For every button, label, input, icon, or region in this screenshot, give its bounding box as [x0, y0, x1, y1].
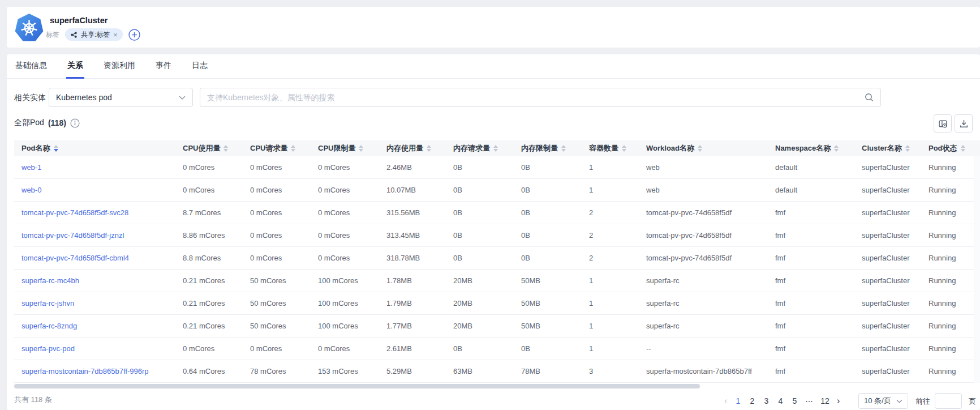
- column-header[interactable]: CPU使用量: [175, 140, 243, 156]
- sort-icon[interactable]: [905, 145, 910, 152]
- column-header[interactable]: CPU请求量: [243, 140, 311, 156]
- column-header[interactable]: 内存使用量: [379, 140, 446, 156]
- tab[interactable]: 资源利用: [102, 54, 136, 79]
- column-header[interactable]: 内存限制量: [514, 140, 582, 156]
- cell-mem-usage: 5.29MB: [379, 360, 446, 383]
- sort-icon[interactable]: [54, 145, 58, 152]
- column-header[interactable]: Namespace名称: [768, 140, 854, 156]
- cell-mem-request: 20MB: [446, 292, 514, 315]
- cell-mem-limit: 0B: [514, 224, 582, 247]
- cell-cpu-request: 0 mCores: [243, 338, 311, 360]
- sort-icon[interactable]: [961, 145, 965, 152]
- sort-icon[interactable]: [359, 145, 363, 152]
- column-header[interactable]: Pod名称: [14, 140, 175, 156]
- cell-cpu-limit: 0 mCores: [311, 224, 379, 247]
- table-body: web-1 0 mCores 0 mCores 0 mCores 2.46MB …: [14, 156, 980, 383]
- column-header[interactable]: Cluster名称: [854, 140, 921, 156]
- tab[interactable]: 日志: [191, 54, 209, 79]
- pod-name-link[interactable]: superfa-pvc-pod: [22, 344, 75, 353]
- table-row: tomcat-pv-pvc-74d658f5df-svc28 8.7 mCore…: [14, 202, 980, 224]
- cell-cpu-request: 0 mCores: [243, 247, 311, 270]
- cell-mem-request: 0B: [446, 338, 514, 360]
- page-list: 12345⋯12: [734, 396, 829, 405]
- page-button[interactable]: 5: [791, 396, 798, 405]
- share-icon: [70, 31, 78, 39]
- total-count: 共有 118 条: [14, 395, 52, 405]
- sort-icon[interactable]: [427, 145, 431, 152]
- cell-pod-status: Running: [921, 360, 980, 383]
- next-page-icon[interactable]: ›: [837, 396, 840, 405]
- table-row: web-1 0 mCores 0 mCores 0 mCores 2.46MB …: [14, 156, 980, 179]
- cell-cpu-limit: 0 mCores: [311, 338, 379, 360]
- search-icon[interactable]: [865, 93, 874, 102]
- page-size-select[interactable]: 10 条/页: [858, 393, 908, 409]
- tag-remove-icon[interactable]: ×: [113, 31, 118, 39]
- cell-cluster: superfaCluster: [854, 156, 921, 179]
- cell-pod-name: superfa-rc-jshvn: [14, 292, 175, 315]
- sort-icon[interactable]: [834, 145, 839, 152]
- column-header[interactable]: Pod状态: [921, 140, 980, 156]
- cell-workload: tomcat-pv-pvc-74d658f5df: [639, 202, 768, 224]
- download-button[interactable]: [955, 114, 973, 133]
- cell-mem-usage: 1.77MB: [379, 315, 446, 338]
- pod-name-link[interactable]: superfa-mostcontain-7db865b7ff-996rp: [22, 367, 149, 375]
- pod-name-link[interactable]: tomcat-pv-pvc-74d658f5df-jznzl: [22, 231, 124, 240]
- cell-cluster: superfaCluster: [854, 179, 921, 202]
- sort-icon[interactable]: [622, 145, 626, 152]
- sort-icon[interactable]: [561, 145, 566, 152]
- pod-name-link[interactable]: web-0: [22, 186, 41, 194]
- pod-name-link[interactable]: superfa-rc-jshvn: [22, 299, 74, 308]
- cell-cpu-limit: 100 mCores: [311, 292, 379, 315]
- cell-mem-request: 0B: [446, 247, 514, 270]
- cluster-tag[interactable]: 共享:标签 ×: [65, 28, 123, 41]
- page-button[interactable]: 3: [763, 396, 770, 405]
- related-entity-label: 相关实体: [14, 88, 46, 107]
- pod-name-link[interactable]: web-1: [22, 163, 41, 172]
- sort-icon[interactable]: [493, 145, 498, 152]
- cell-namespace: fmf: [768, 338, 854, 360]
- column-header[interactable]: CPU限制量: [311, 140, 379, 156]
- sort-icon[interactable]: [698, 145, 702, 152]
- pod-name-link[interactable]: tomcat-pv-pvc-74d658f5df-cbml4: [22, 254, 129, 262]
- cell-namespace: fmf: [768, 270, 854, 292]
- cell-pod-status: Running: [921, 179, 980, 202]
- cell-mem-request: 0B: [446, 224, 514, 247]
- pod-table: Pod名称 CPU使用量: [14, 140, 980, 383]
- cell-cpu-usage: 0 mCores: [175, 179, 243, 202]
- page-button[interactable]: 1: [734, 396, 741, 405]
- cell-workload: superfa-rc: [639, 292, 768, 315]
- sort-icon[interactable]: [223, 145, 228, 152]
- horizontal-scrollbar-thumb[interactable]: [14, 384, 700, 388]
- tag-text: 共享:标签: [81, 30, 110, 40]
- column-header[interactable]: 内存请求量: [446, 140, 514, 156]
- info-icon[interactable]: [70, 118, 80, 128]
- cell-cluster: superfaCluster: [854, 360, 921, 383]
- tab[interactable]: 基础信息: [14, 54, 48, 79]
- tab[interactable]: 事件: [154, 54, 173, 79]
- entity-select-value: Kubernetes pod: [56, 93, 112, 102]
- entity-select[interactable]: Kubernetes pod: [49, 88, 193, 107]
- page-button[interactable]: ⋯: [805, 396, 813, 405]
- cell-pod-name: superfa-rc-mc4bh: [14, 270, 175, 292]
- cell-namespace: default: [768, 156, 854, 179]
- cell-mem-limit: 0B: [514, 338, 582, 360]
- goto-page-input[interactable]: [935, 393, 962, 409]
- column-header[interactable]: 容器数量: [582, 140, 639, 156]
- column-header[interactable]: Workload名称: [639, 140, 768, 156]
- page-button[interactable]: 4: [777, 396, 784, 405]
- column-settings-button[interactable]: [934, 114, 952, 133]
- cell-mem-request: 0B: [446, 202, 514, 224]
- page-button[interactable]: 12: [820, 396, 829, 405]
- cell-mem-limit: 50MB: [514, 315, 582, 338]
- kubernetes-logo-icon: [14, 12, 44, 42]
- pod-name-link[interactable]: tomcat-pv-pvc-74d658f5df-svc28: [22, 208, 128, 217]
- tab[interactable]: 关系: [66, 54, 84, 79]
- summary-label: 全部Pod: [14, 118, 44, 128]
- prev-page-icon[interactable]: ‹: [724, 396, 727, 405]
- pod-name-link[interactable]: superfa-rc-mc4bh: [22, 276, 79, 285]
- sort-icon[interactable]: [291, 145, 295, 152]
- pod-name-link[interactable]: superfa-rc-8zndg: [22, 322, 77, 330]
- page-button[interactable]: 2: [749, 396, 755, 405]
- add-tag-button[interactable]: [128, 29, 140, 41]
- search-input[interactable]: [200, 93, 865, 102]
